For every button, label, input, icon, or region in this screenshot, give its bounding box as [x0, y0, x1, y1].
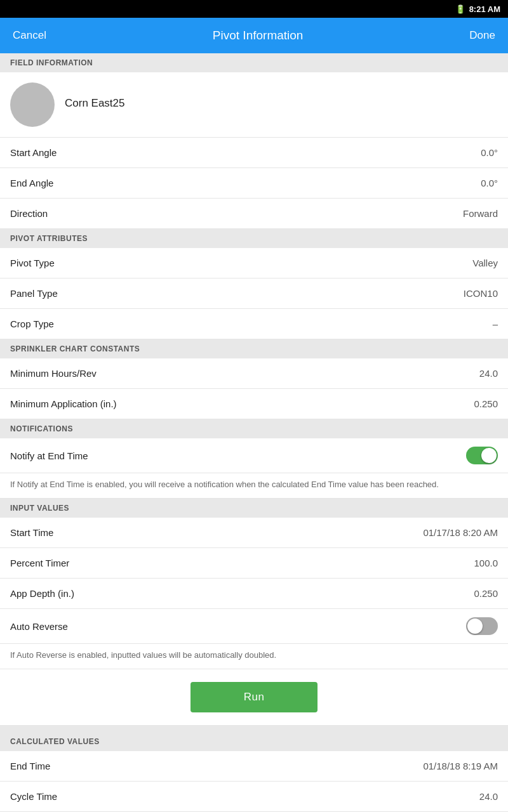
start-angle-label: Start Angle [10, 147, 57, 158]
notifications-header: NOTIFICATIONS [0, 419, 508, 438]
panel-type-row[interactable]: Panel Type ICON10 [0, 278, 508, 309]
end-angle-value: 0.0° [481, 178, 498, 188]
min-application-value: 0.250 [474, 398, 498, 409]
notify-end-time-row[interactable]: Notify at End Time [0, 438, 508, 473]
direction-row[interactable]: Direction Forward [0, 199, 508, 229]
auto-reverse-toggle-thumb [467, 619, 483, 634]
app-depth-row[interactable]: App Depth (in.) 0.250 [0, 579, 508, 609]
auto-reverse-toggle[interactable] [466, 617, 498, 635]
min-hours-rev-row[interactable]: Minimum Hours/Rev 24.0 [0, 358, 508, 389]
min-hours-rev-label: Minimum Hours/Rev [10, 368, 97, 379]
sprinkler-chart-header: SPRINKLER CHART CONSTANTS [0, 339, 508, 358]
app-depth-value: 0.250 [474, 588, 498, 599]
notify-end-time-label: Notify at End Time [10, 450, 88, 461]
start-angle-row[interactable]: Start Angle 0.0° [0, 138, 508, 168]
start-time-label: Start Time [10, 527, 53, 538]
pivot-type-value: Valley [472, 258, 498, 268]
cycle-time-label: Cycle Time [10, 791, 57, 802]
crop-type-row[interactable]: Crop Type – [0, 309, 508, 339]
auto-reverse-row[interactable]: Auto Reverse [0, 609, 508, 644]
notify-end-time-toggle[interactable] [466, 447, 498, 464]
cycle-time-row: Cycle Time 24.0 [0, 782, 508, 812]
run-button-container: Run [0, 669, 508, 726]
percent-timer-row[interactable]: Percent Timer 100.0 [0, 548, 508, 579]
app-depth-label: App Depth (in.) [10, 588, 74, 599]
nav-bar: Cancel Pivot Information Done [0, 18, 508, 53]
field-information-header: FIELD INFORMATION [0, 53, 508, 72]
run-button[interactable]: Run [190, 682, 318, 712]
panel-type-value: ICON10 [464, 288, 498, 299]
end-angle-row[interactable]: End Angle 0.0° [0, 168, 508, 199]
start-time-value: 01/17/18 8:20 AM [423, 527, 498, 538]
auto-reverse-info-text: If Auto Reverse is enabled, inputted val… [0, 644, 508, 669]
panel-type-label: Panel Type [10, 288, 58, 299]
direction-label: Direction [10, 208, 48, 219]
time-display: 8:21 AM [469, 4, 500, 14]
start-time-row[interactable]: Start Time 01/17/18 8:20 AM [0, 518, 508, 548]
avatar [10, 82, 55, 127]
direction-value: Forward [463, 208, 498, 219]
min-hours-rev-value: 24.0 [479, 368, 498, 379]
page-title: Pivot Information [213, 29, 304, 43]
cycle-time-value: 24.0 [479, 791, 498, 802]
start-angle-value: 0.0° [481, 147, 498, 158]
end-angle-label: End Angle [10, 178, 53, 188]
pivot-type-row[interactable]: Pivot Type Valley [0, 248, 508, 278]
divider [0, 726, 508, 732]
notify-info-text: If Notify at End Time is enabled, you wi… [0, 473, 508, 499]
end-time-label: End Time [10, 761, 50, 771]
field-info-top: Corn East25 [0, 72, 508, 138]
end-time-value: 01/18/18 8:19 AM [423, 761, 498, 771]
pivot-type-label: Pivot Type [10, 258, 55, 268]
min-application-label: Minimum Application (in.) [10, 398, 117, 409]
min-application-row[interactable]: Minimum Application (in.) 0.250 [0, 389, 508, 419]
input-values-header: INPUT VALUES [0, 499, 508, 518]
toggle-thumb [481, 448, 497, 463]
battery-icon: 🔋 [455, 4, 465, 14]
calculated-values-header: CALCULATED VALUES [0, 732, 508, 751]
auto-reverse-label: Auto Reverse [10, 621, 68, 632]
field-name: Corn East25 [65, 97, 125, 110]
pivot-attributes-header: PIVOT ATTRIBUTES [0, 229, 508, 248]
status-bar: 🔋 8:21 AM [0, 0, 508, 18]
end-time-row: End Time 01/18/18 8:19 AM [0, 751, 508, 782]
percent-timer-label: Percent Timer [10, 558, 69, 568]
cancel-button[interactable]: Cancel [10, 24, 49, 47]
crop-type-value: – [493, 318, 498, 329]
percent-timer-value: 100.0 [474, 558, 498, 568]
done-button[interactable]: Done [467, 24, 498, 47]
crop-type-label: Crop Type [10, 318, 54, 329]
